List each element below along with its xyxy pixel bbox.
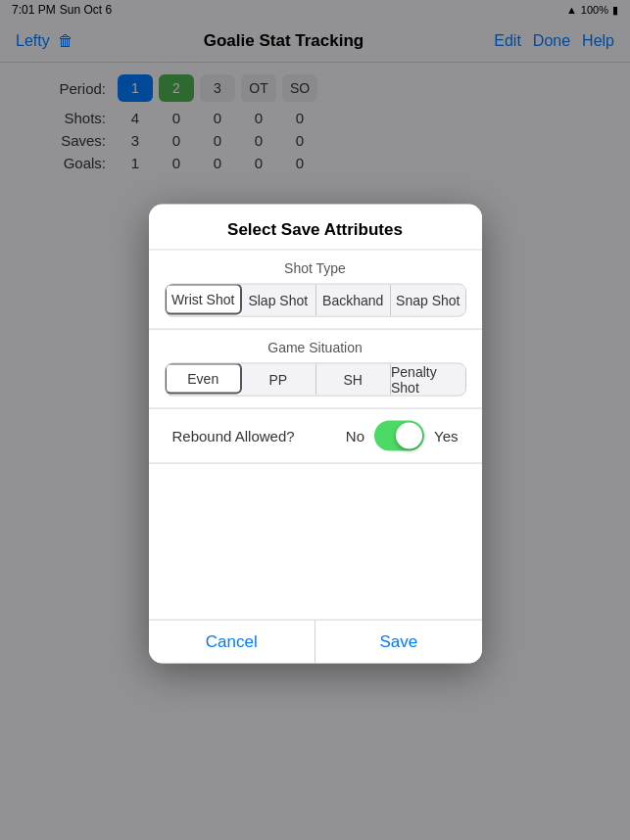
rebound-no-label: No xyxy=(346,428,364,444)
shot-type-backhand[interactable]: Backhand xyxy=(316,285,392,316)
rebound-options: No Yes xyxy=(346,421,459,451)
modal-title: Select Save Attributes xyxy=(149,205,482,251)
modal-dialog: Select Save Attributes Shot Type Wrist S… xyxy=(149,205,482,664)
situation-even[interactable]: Even xyxy=(165,363,243,395)
situation-pp[interactable]: PP xyxy=(241,364,316,396)
rebound-toggle[interactable] xyxy=(374,421,424,451)
shot-type-slap[interactable]: Slap Shot xyxy=(241,285,316,316)
modal-footer: Cancel Save xyxy=(149,620,482,664)
shot-type-wrist[interactable]: Wrist Shot xyxy=(165,284,243,315)
game-situation-header: Game Situation xyxy=(149,330,482,363)
toggle-knob xyxy=(396,423,422,449)
modal-body: Shot Type Wrist Shot Slap Shot Backhand … xyxy=(149,251,482,620)
shot-type-header: Shot Type xyxy=(149,251,482,284)
cancel-button[interactable]: Cancel xyxy=(149,621,316,664)
situation-sh[interactable]: SH xyxy=(316,364,392,396)
save-button[interactable]: Save xyxy=(315,621,482,664)
situation-penalty-shot[interactable]: Penalty Shot xyxy=(391,364,465,396)
shot-type-snap[interactable]: Snap Shot xyxy=(391,285,465,316)
game-situation-control[interactable]: Even PP SH Penalty Shot xyxy=(165,363,466,397)
shot-type-control[interactable]: Wrist Shot Slap Shot Backhand Snap Shot xyxy=(165,284,466,317)
modal-spacer xyxy=(149,463,482,620)
rebound-row: Rebound Allowed? No Yes xyxy=(149,408,482,463)
rebound-label: Rebound Allowed? xyxy=(172,428,346,444)
rebound-yes-label: Yes xyxy=(434,428,458,444)
game-situation-section: Game Situation Even PP SH Penalty Shot xyxy=(149,329,482,397)
